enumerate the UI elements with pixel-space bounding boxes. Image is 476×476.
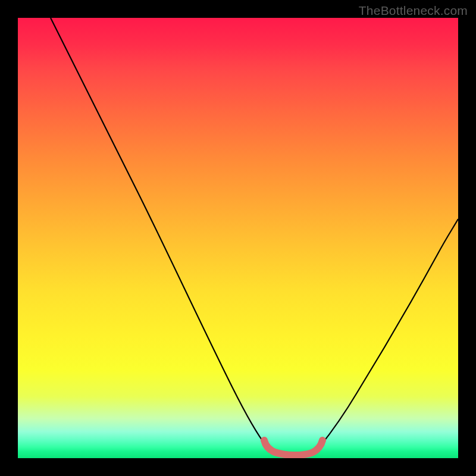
curve-left-branch [51, 18, 267, 446]
optimal-range-segment [264, 440, 322, 455]
curve-right-branch [320, 219, 458, 446]
watermark-text: TheBottleneck.com [359, 4, 468, 18]
chart-curve-layer [18, 18, 458, 458]
chart-plot-area [18, 18, 458, 458]
